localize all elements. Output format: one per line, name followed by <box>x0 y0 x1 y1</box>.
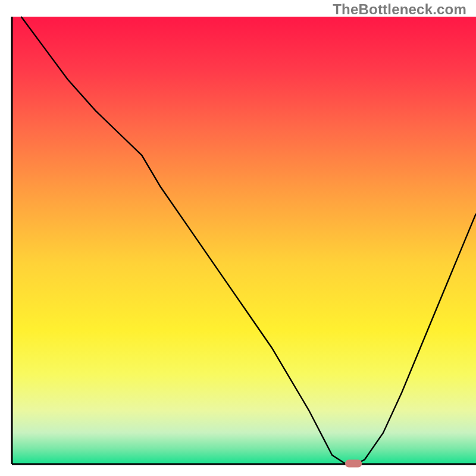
chart-background-gradient <box>12 17 476 464</box>
bottleneck-marker <box>345 460 362 468</box>
chart-container: TheBottleneck.com <box>0 0 476 476</box>
watermark-text: TheBottleneck.com <box>333 1 466 18</box>
chart-svg <box>0 0 476 476</box>
